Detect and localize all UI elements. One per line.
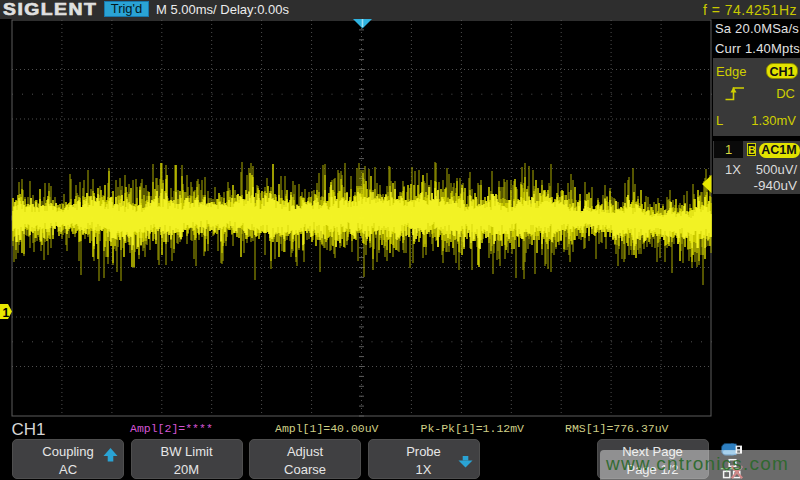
svg-text:1: 1 bbox=[3, 306, 10, 320]
